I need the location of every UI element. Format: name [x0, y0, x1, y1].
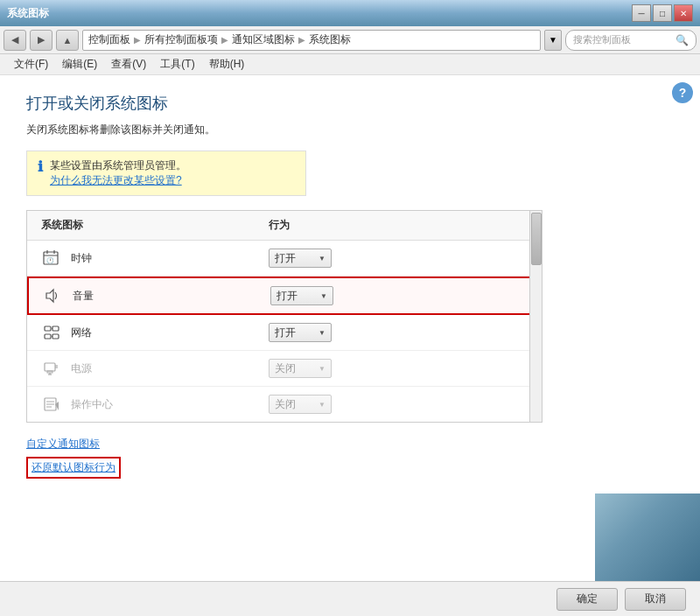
cancel-button[interactable]: 取消 [625, 588, 686, 611]
path-item-2[interactable]: 所有控制面板项 [144, 32, 218, 47]
power-dropdown-arrow: ▼ [318, 365, 326, 373]
volume-icon-name: 音量 [43, 285, 270, 306]
address-bar: ◀ ▶ ▲ 控制面板 ▶ 所有控制面板项 ▶ 通知区域图标 ▶ 系统图标 ▼ 搜… [0, 26, 700, 54]
title-bar: 系统图标 ─ □ ✕ [0, 0, 700, 26]
svg-rect-8 [45, 334, 51, 339]
volume-dropdown-value: 打开 [276, 289, 298, 304]
svg-rect-7 [52, 326, 59, 331]
network-label: 网络 [71, 326, 92, 340]
page-title: 打开或关闭系统图标 [26, 93, 674, 114]
menu-file[interactable]: 文件(F) [7, 55, 55, 74]
maximize-button[interactable]: □ [653, 4, 672, 22]
close-button[interactable]: ✕ [674, 4, 693, 22]
path-sep-1: ▶ [134, 35, 141, 45]
clock-dropdown-arrow: ▼ [318, 255, 326, 262]
main-window: 系统图标 ─ □ ✕ ◀ ▶ ▲ 控制面板 ▶ 所有控制面板项 ▶ 通知区域图标… [0, 0, 700, 616]
table-header: 系统图标 行为 [27, 211, 542, 241]
power-dropdown: 关闭 ▼ [269, 359, 332, 378]
clock-icon: 🕐 [41, 248, 62, 269]
restore-link[interactable]: 还原默认图标行为 [26, 457, 121, 479]
action-center-icon-name: 操作中心 [41, 394, 269, 415]
menu-tools[interactable]: 工具(T) [153, 55, 201, 74]
action-center-dropdown: 关闭 ▼ [269, 395, 332, 414]
path-item-1[interactable]: 控制面板 [88, 32, 130, 47]
table-row-power: 电源 关闭 ▼ [27, 351, 542, 387]
action-center-label: 操作中心 [71, 397, 113, 412]
svg-rect-13 [47, 371, 52, 373]
volume-dropdown-arrow: ▼ [320, 292, 327, 300]
window-controls: ─ □ ✕ [632, 4, 693, 22]
table-row-volume: 音量 打开 ▼ [27, 276, 542, 315]
clock-dropdown-value: 打开 [275, 251, 296, 266]
col-header-icon: 系统图标 [41, 218, 269, 233]
action-center-dropdown-value: 关闭 [275, 397, 296, 412]
action-center-icon [41, 394, 62, 415]
network-dropdown-arrow: ▼ [318, 329, 326, 337]
ok-button[interactable]: 确定 [556, 588, 618, 611]
network-icon-name: 网络 [41, 322, 269, 343]
svg-rect-6 [45, 326, 51, 331]
search-placeholder: 搜索控制面板 [573, 33, 631, 46]
volume-behavior: 打开 ▼ [270, 286, 526, 305]
path-item-4[interactable]: 系统图标 [309, 32, 351, 47]
bottom-links: 自定义通知图标 还原默认图标行为 [26, 437, 674, 484]
customize-link[interactable]: 自定义通知图标 [26, 437, 674, 452]
search-icon: 🔍 [676, 34, 689, 46]
network-dropdown[interactable]: 打开 ▼ [269, 323, 332, 342]
info-link[interactable]: 为什么我无法更改某些设置? [50, 173, 186, 188]
menu-help[interactable]: 帮助(H) [202, 55, 252, 74]
power-icon [41, 358, 62, 379]
background-photo [595, 494, 700, 581]
clock-dropdown[interactable]: 打开 ▼ [269, 248, 332, 268]
path-sep-2: ▶ [221, 35, 228, 45]
clock-icon-name: 🕐 时钟 [41, 248, 269, 269]
action-center-dropdown-arrow: ▼ [318, 401, 326, 409]
network-icon [41, 322, 62, 343]
svg-rect-12 [45, 363, 55, 371]
volume-icon [43, 285, 64, 306]
menu-bar: 文件(F) 编辑(E) 查看(V) 工具(T) 帮助(H) [0, 54, 700, 75]
power-behavior: 关闭 ▼ [269, 359, 528, 378]
table-row-clock: 🕐 时钟 打开 ▼ [27, 241, 542, 276]
system-icons-table: 系统图标 行为 🕐 时钟 [26, 210, 542, 423]
window-title: 系统图标 [7, 6, 632, 21]
svg-text:🕐: 🕐 [46, 256, 54, 264]
network-dropdown-value: 打开 [275, 326, 296, 340]
network-behavior: 打开 ▼ [269, 323, 528, 342]
path-dropdown-arrow[interactable]: ▼ [544, 30, 562, 51]
power-icon-name: 电源 [41, 358, 269, 379]
power-dropdown-value: 关闭 [275, 361, 296, 376]
info-box: ℹ 某些设置由系统管理员管理。 为什么我无法更改某些设置? [26, 150, 306, 196]
bottom-bar: 确定 取消 [0, 581, 700, 616]
action-center-behavior: 关闭 ▼ [269, 395, 528, 414]
volume-dropdown[interactable]: 打开 ▼ [270, 286, 333, 305]
path-sep-3: ▶ [298, 35, 305, 45]
content-area: ? 打开或关闭系统图标 关闭系统图标将删除该图标并关闭通知。 ℹ 某些设置由系统… [0, 75, 700, 581]
clock-behavior: 打开 ▼ [269, 248, 528, 268]
back-button[interactable]: ◀ [4, 30, 26, 51]
help-button[interactable]: ? [672, 82, 693, 103]
table-scrollbar[interactable] [529, 211, 542, 422]
col-header-behavior: 行为 [269, 218, 528, 233]
svg-marker-5 [46, 290, 53, 302]
table-row-network: 网络 打开 ▼ [27, 315, 542, 351]
table-row-action-center: 操作中心 关闭 ▼ [27, 387, 542, 422]
clock-label: 时钟 [71, 251, 92, 266]
info-text: 某些设置由系统管理员管理。 [50, 158, 186, 173]
volume-label: 音量 [73, 289, 94, 304]
forward-button[interactable]: ▶ [30, 30, 52, 51]
minimize-button[interactable]: ─ [632, 4, 651, 22]
info-content: 某些设置由系统管理员管理。 为什么我无法更改某些设置? [50, 158, 186, 188]
svg-rect-9 [52, 334, 59, 339]
up-button[interactable]: ▲ [56, 30, 79, 51]
address-path: 控制面板 ▶ 所有控制面板项 ▶ 通知区域图标 ▶ 系统图标 [82, 30, 541, 51]
path-item-3[interactable]: 通知区域图标 [232, 32, 295, 47]
scrollbar-thumb [531, 213, 542, 265]
menu-edit[interactable]: 编辑(E) [55, 55, 104, 74]
page-subtitle: 关闭系统图标将删除该图标并关闭通知。 [26, 122, 674, 137]
menu-view[interactable]: 查看(V) [104, 55, 153, 74]
power-label: 电源 [71, 361, 92, 376]
info-icon: ℹ [38, 158, 43, 175]
search-box[interactable]: 搜索控制面板 🔍 [565, 30, 696, 51]
